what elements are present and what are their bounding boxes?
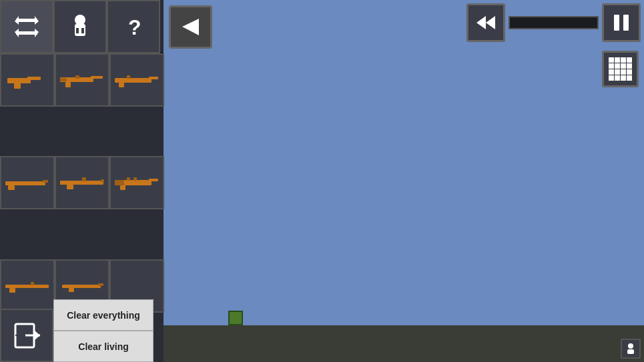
- svg-rect-50: [623, 15, 629, 31]
- main-container: ?: [0, 0, 644, 362]
- weapon-slot-3[interactable]: [109, 53, 164, 107]
- svg-rect-49: [614, 15, 619, 31]
- assault-rifle-icon: [59, 70, 105, 90]
- svg-rect-38: [31, 282, 34, 285]
- swap-button[interactable]: [0, 0, 53, 53]
- svg-rect-24: [43, 180, 48, 183]
- svg-rect-52: [627, 349, 634, 354]
- person-icon: [625, 343, 637, 355]
- svg-rect-16: [65, 82, 71, 87]
- svg-rect-13: [14, 83, 21, 89]
- svg-rect-34: [127, 177, 130, 181]
- pause-button[interactable]: [602, 3, 641, 42]
- grid-icon: [609, 57, 632, 81]
- svg-rect-26: [60, 181, 103, 185]
- weapon-slot-6[interactable]: [109, 156, 164, 209]
- rifle-icon: [4, 276, 51, 296]
- canvas-area: [164, 0, 644, 362]
- sidebar: ?: [0, 0, 164, 362]
- weapon-slot-1[interactable]: [0, 53, 55, 107]
- svg-rect-36: [5, 285, 49, 288]
- svg-marker-2: [35, 16, 39, 25]
- ground: [164, 325, 644, 362]
- svg-marker-44: [35, 331, 40, 340]
- smg2-icon: [59, 276, 105, 296]
- help-icon: ?: [120, 13, 147, 40]
- svg-rect-22: [127, 75, 130, 79]
- svg-rect-25: [8, 185, 15, 190]
- svg-rect-27: [101, 179, 104, 182]
- svg-rect-28: [67, 185, 73, 189]
- pistol-icon: [4, 70, 51, 90]
- svg-rect-19: [115, 78, 151, 83]
- help-button[interactable]: ?: [107, 0, 160, 53]
- sniper-icon: [59, 173, 105, 193]
- svg-marker-1: [15, 16, 19, 25]
- svg-rect-35: [133, 177, 137, 181]
- svg-marker-46: [182, 19, 199, 35]
- clear-everything-button[interactable]: Clear everything: [53, 299, 153, 331]
- clear-living-button[interactable]: Clear living: [53, 331, 153, 362]
- svg-rect-41: [69, 288, 74, 292]
- rewind-icon: [474, 11, 498, 35]
- machine-gun-icon: [113, 173, 160, 193]
- svg-rect-31: [149, 179, 158, 181]
- bottom-right-icon[interactable]: [621, 339, 641, 359]
- svg-rect-12: [27, 77, 41, 80]
- progress-area: [509, 16, 599, 29]
- svg-rect-37: [9, 288, 15, 293]
- svg-point-51: [628, 343, 633, 349]
- character-icon: [67, 13, 93, 40]
- player-block: [228, 311, 243, 325]
- svg-rect-17: [75, 75, 79, 79]
- svg-marker-47: [476, 16, 486, 29]
- top-right-controls: [466, 3, 641, 42]
- toolbar: ?: [0, 0, 164, 53]
- back-button[interactable]: [169, 5, 212, 49]
- svg-rect-9: [81, 28, 84, 33]
- progress-bar: [509, 16, 599, 29]
- svg-rect-23: [5, 181, 45, 185]
- svg-rect-18: [60, 78, 67, 81]
- character-button[interactable]: [53, 0, 107, 53]
- weapon-slot-2[interactable]: [55, 53, 109, 107]
- svg-marker-4: [15, 29, 19, 37]
- svg-rect-32: [115, 180, 124, 185]
- svg-point-6: [75, 15, 85, 25]
- context-menu: Clear everything Clear living: [53, 299, 153, 362]
- svg-rect-21: [119, 83, 124, 87]
- svg-rect-29: [82, 177, 86, 181]
- back-arrow-icon: [179, 15, 202, 39]
- exit-icon: [12, 321, 42, 351]
- pause-icon: [609, 11, 633, 35]
- swap-icon: [13, 13, 40, 40]
- rewind-button[interactable]: [466, 3, 505, 42]
- smg-icon: [113, 70, 160, 90]
- svg-rect-40: [98, 283, 103, 286]
- svg-rect-11: [7, 78, 31, 83]
- svg-rect-3: [16, 31, 37, 35]
- bottom-left-area: Clear everything Clear living: [0, 299, 164, 362]
- grid-toggle-button[interactable]: [602, 51, 639, 87]
- svg-text:?: ?: [128, 15, 141, 39]
- svg-rect-15: [91, 76, 103, 79]
- svg-rect-20: [149, 77, 158, 79]
- svg-rect-33: [120, 185, 125, 190]
- weapon-slot-5[interactable]: [55, 156, 109, 209]
- svg-marker-48: [486, 16, 495, 29]
- svg-rect-8: [76, 28, 79, 33]
- svg-rect-0: [16, 19, 37, 22]
- svg-marker-5: [35, 29, 39, 37]
- shotgun-icon: [4, 173, 51, 193]
- exit-button[interactable]: [0, 309, 53, 362]
- weapon-slot-4[interactable]: [0, 156, 55, 209]
- svg-rect-39: [62, 285, 101, 288]
